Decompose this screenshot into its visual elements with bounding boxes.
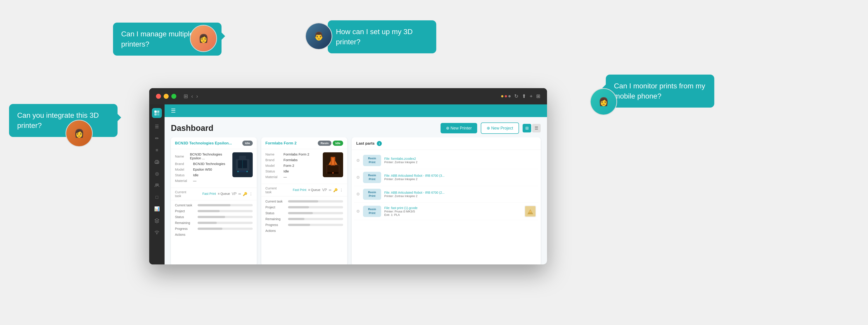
grid-view-button[interactable]: ⊞ xyxy=(523,124,531,132)
task-bar-fill-progress-2 xyxy=(288,224,310,226)
part-badge-1: Resin Print xyxy=(363,155,381,166)
task-bar-fill-current-2 xyxy=(288,200,318,202)
svg-point-9 xyxy=(157,233,157,234)
new-printer-button[interactable]: ⊕ New Printer xyxy=(440,123,477,133)
sidebar-icon-wifi[interactable] xyxy=(152,227,162,237)
part-settings-icon-2[interactable]: ⚙ xyxy=(356,175,360,180)
speech-bubble-4: Can I monitor prints from my mobile phon… xyxy=(606,74,714,107)
link-icon-2[interactable]: ∞ xyxy=(329,188,331,192)
sidebar-icon-layers[interactable] xyxy=(152,216,162,226)
key-icon-1[interactable]: 🔑 xyxy=(243,192,247,196)
detail-row-name-2: Name Formlabs Form 2 xyxy=(266,152,320,156)
more-icon-2[interactable]: ⋮ xyxy=(340,188,343,192)
panel-title: Last parts xyxy=(356,141,375,146)
task-row-current-1: Current task xyxy=(175,203,253,207)
task-row-status-2: Status xyxy=(266,211,343,215)
part-file-1[interactable]: File: formlabs.zcodex2 xyxy=(384,157,536,160)
sidebar-icon-chart[interactable]: 📊 xyxy=(152,204,162,214)
svg-rect-0 xyxy=(154,110,157,113)
app-logo[interactable] xyxy=(152,108,162,118)
avatar-3: 👩 xyxy=(66,120,93,147)
sidebar-icon-users[interactable] xyxy=(152,181,162,190)
printer-name-1: BCN3D Technologies Epsilon... xyxy=(175,141,232,145)
current-task-label-2: Current task xyxy=(266,186,283,194)
part-file-4[interactable]: File: fast print (1).gcode xyxy=(384,206,521,210)
avatar-1: 👩 xyxy=(190,25,217,52)
detail-label-model-1: Model xyxy=(175,167,193,171)
add-tab-icon[interactable]: + xyxy=(530,93,532,99)
detail-row-model-1: Model Epsilon W50 xyxy=(175,167,230,171)
task-label-current-1: Current task xyxy=(175,203,197,207)
last-parts-panel: Last parts i ⚙ Resin Print File xyxy=(352,137,541,264)
refresh-icon[interactable]: ↻ xyxy=(514,93,518,99)
task-bar-fill-status-2 xyxy=(288,212,313,214)
grid-icon[interactable]: ⊞ xyxy=(536,93,540,99)
task-bar-status-2 xyxy=(288,212,343,214)
more-icon-1[interactable]: ⋮ xyxy=(249,192,253,196)
sidebar-icon-circle[interactable]: ◎ xyxy=(152,169,162,178)
task-label-current-2: Current task xyxy=(266,200,288,203)
queue-link-2[interactable]: ≡ Queue xyxy=(308,188,320,192)
sidebar-icon-square[interactable]: □ xyxy=(152,192,162,202)
svg-rect-1 xyxy=(157,110,159,113)
task-bar-fill-remaining-1 xyxy=(197,222,217,224)
top-nav-bar: ☰ xyxy=(164,104,547,117)
queue-link-1[interactable]: ≡ Queue xyxy=(218,192,230,196)
content-area: BCN3D Technologies Epsilon... Idle Name … xyxy=(164,137,547,264)
printer-idle-badge-2: Idle xyxy=(333,140,343,146)
detail-row-status-2: Status Idle xyxy=(266,169,320,173)
traffic-light-red[interactable] xyxy=(156,94,161,99)
part-file-2[interactable]: File: ABB Articulated Robot - IRB 6700 (… xyxy=(384,174,536,177)
list-view-button[interactable]: ☰ xyxy=(532,124,541,132)
sidebar-icon-edit[interactable]: ✏ xyxy=(152,133,162,143)
sidebar-icon-printer[interactable] xyxy=(152,157,162,167)
key-icon-2[interactable]: 🔑 xyxy=(333,188,338,192)
fast-print-link-2[interactable]: Fast Print xyxy=(293,188,306,192)
part-info-3: File: ABB Articulated Robot - IRB 6700 (… xyxy=(384,191,536,198)
vp-icon-1[interactable]: VP xyxy=(232,192,237,196)
task-bar-progress-1 xyxy=(197,228,253,230)
detail-value-brand-2: Formlabs xyxy=(283,158,298,162)
task-row-remaining-1: Remaining xyxy=(175,221,253,225)
part-file-3[interactable]: File: ABB Articulated Robot - IRB 6700 (… xyxy=(384,191,536,194)
task-label-actions-2: Actions xyxy=(266,229,288,233)
current-task-label-1: Current task xyxy=(175,190,193,198)
task-bar-project-2 xyxy=(288,206,343,208)
hamburger-menu-icon[interactable]: ☰ xyxy=(171,107,176,114)
vp-icon-2[interactable]: VP xyxy=(322,188,327,192)
traffic-light-green[interactable] xyxy=(171,94,176,99)
link-icon-1[interactable]: ∞ xyxy=(239,192,241,196)
fast-print-link-1[interactable]: Fast Print xyxy=(202,192,216,196)
sidebar-icon-list[interactable]: ≡ xyxy=(152,145,162,155)
traffic-light-yellow[interactable] xyxy=(164,94,168,99)
part-settings-icon-4[interactable]: ⚙ xyxy=(356,209,360,214)
task-bar-current-1 xyxy=(197,204,253,206)
new-project-button[interactable]: ⊕ New Project xyxy=(481,123,519,134)
svg-rect-19 xyxy=(327,166,339,173)
info-icon[interactable]: i xyxy=(377,141,382,146)
forward-icon[interactable]: › xyxy=(196,93,198,99)
task-row-actions-1: Actions xyxy=(175,233,253,236)
sidebar-icon-menu[interactable]: ☰ xyxy=(152,122,162,132)
header-actions: ⊕ New Printer ⊕ New Project ⊞ ☰ xyxy=(440,123,541,134)
back-icon[interactable]: ‹ xyxy=(191,93,193,99)
printer-actions-1: Current task Fast Print ≡ Queue VP ∞ 🔑 ⋮ xyxy=(171,188,257,200)
share-icon[interactable]: ⬆ xyxy=(522,93,526,99)
action-icons-2: Fast Print ≡ Queue VP ∞ 🔑 ⋮ xyxy=(293,188,343,192)
task-row-remaining-2: Remaining xyxy=(266,217,343,221)
detail-value-material-1: — xyxy=(193,179,196,183)
part-settings-icon-3[interactable]: ⚙ xyxy=(356,192,360,197)
part-printer-2: Printer: Zortrax Inkspire 2 xyxy=(384,177,536,181)
part-settings-icon-1[interactable]: ⚙ xyxy=(356,158,360,163)
detail-row-status-1: Status Idle xyxy=(175,173,230,177)
part-badge-3: Resin Print xyxy=(363,189,381,200)
svg-point-7 xyxy=(156,184,157,185)
task-bar-remaining-1 xyxy=(197,222,253,224)
task-label-project-2: Project xyxy=(266,205,288,209)
page-header: Dashboard ⊕ New Printer ⊕ New Project ⊞ … xyxy=(164,117,547,137)
task-bar-status-1 xyxy=(197,216,253,218)
action-icons-1: Fast Print ≡ Queue VP ∞ 🔑 ⋮ xyxy=(202,192,253,196)
sidebar-toggle-icon[interactable]: ⊞ xyxy=(184,93,188,99)
detail-label-model-2: Model xyxy=(266,164,283,167)
task-section-2: Current task Project Statu xyxy=(261,196,347,238)
